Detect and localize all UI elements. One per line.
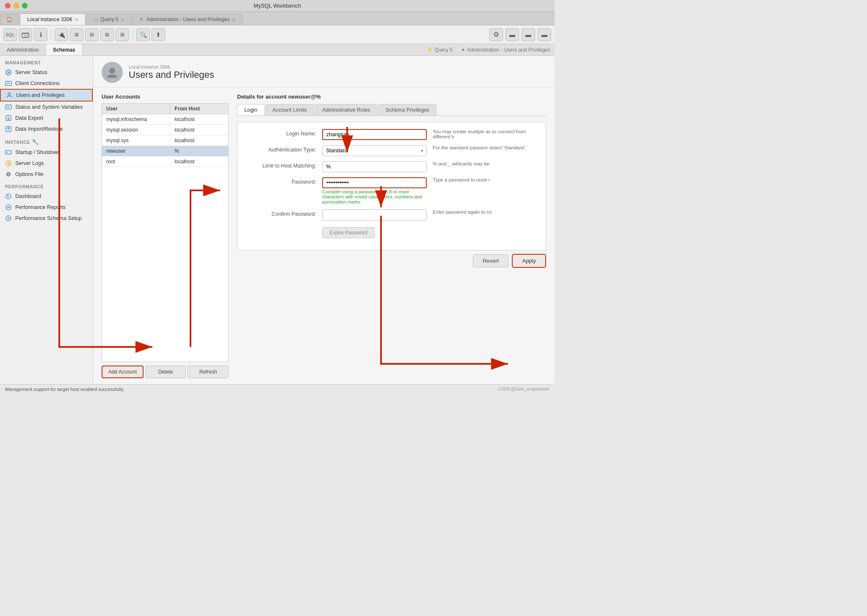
user-accounts-panel: User Accounts User From Host mysql.infos… <box>102 94 229 378</box>
search-btn[interactable]: 🔍 <box>136 28 150 41</box>
delete-button[interactable]: Delete <box>145 366 186 378</box>
performance-dashboard-btn[interactable]: ⊞ <box>100 28 114 41</box>
tab-local-instance[interactable]: Local instance 3306 ✕ <box>20 14 86 25</box>
host-cell-infoschema: localhost <box>170 114 228 124</box>
apply-button[interactable]: Apply <box>512 254 546 268</box>
tab-query5-close-icon[interactable]: ✕ <box>121 17 124 22</box>
expire-label-spacer <box>246 226 322 227</box>
sidebar-item-client-connections[interactable]: Client Connections <box>0 78 93 89</box>
sidebar-item-data-export[interactable]: Data Export <box>0 113 93 124</box>
query5-sub-label: Query 5 <box>435 47 453 53</box>
admin-users-sub-label: Administration - Users and Privileges <box>467 47 550 53</box>
user-cell-newuser: newuser <box>102 146 170 156</box>
status-bar: Management support for target host enabl… <box>0 384 555 393</box>
maximize-button[interactable] <box>22 3 28 8</box>
performance-section-title: PERFORMANCE <box>0 180 93 191</box>
user-row-sys[interactable]: mysql.sys localhost <box>102 135 228 146</box>
detail-tab-schema-priv[interactable]: Schema Privileges <box>378 104 437 116</box>
puzzle-icon: ✦ <box>139 16 144 22</box>
account-limits-tab-label: Account Limits <box>273 107 307 113</box>
sidebar-item-dashboard[interactable]: Dashboard <box>0 191 93 202</box>
sidebar-item-perf-schema-setup[interactable]: Performance Schema Setup <box>0 213 93 224</box>
output-toggle-btn[interactable]: ▬ <box>522 28 535 41</box>
migration-wizard-btn[interactable]: ⊞ <box>85 28 99 41</box>
sidebar-item-options-file[interactable]: Options File <box>0 169 93 180</box>
minimize-button[interactable] <box>14 3 19 8</box>
import-btn[interactable]: ⬆ <box>152 28 165 41</box>
svg-text:SQL: SQL <box>24 35 28 37</box>
refresh-btn[interactable]: ℹ <box>34 28 47 41</box>
sidebar-item-performance-reports-label: Performance Reports <box>15 204 66 210</box>
host-cell-root: localhost <box>170 157 228 167</box>
login-name-input[interactable] <box>322 129 427 140</box>
sidebar-toggle-btn[interactable]: ▬ <box>538 28 551 41</box>
tab-query5[interactable]: ⬡ Query 5 ✕ <box>86 14 132 25</box>
sql-file-btn[interactable]: SQL <box>3 28 17 41</box>
add-account-button[interactable]: Add Account <box>102 366 144 378</box>
svg-marker-3 <box>8 71 10 74</box>
tab-close-icon[interactable]: ✕ <box>75 17 78 22</box>
schema-priv-tab-label: Schema Privileges <box>386 107 430 113</box>
admin-users-sub-tab[interactable]: ✦ Administration - Users and Privileges <box>457 46 555 54</box>
secondary-tab-bar: Administration Schemas ⚡ Query 5 ✦ Admin… <box>0 44 555 56</box>
user-row-newuser[interactable]: newuser % <box>102 146 228 157</box>
revert-button[interactable]: Revert <box>473 254 508 267</box>
page-header-text: Local instance 3306 Users and Privileges <box>129 64 214 80</box>
auth-type-select[interactable]: Standard <box>322 145 427 156</box>
user-row-session[interactable]: mysql.session localhost <box>102 125 228 135</box>
sql-icon: ⬡ <box>94 16 98 22</box>
confirm-password-label: Confirm Password: <box>246 209 322 217</box>
sidebar-item-options-label: Options File <box>15 171 44 177</box>
limit-host-input[interactable] <box>322 161 427 172</box>
detail-tab-login[interactable]: Login <box>237 104 265 116</box>
data-import-icon <box>5 126 12 132</box>
tab-admin-users[interactable]: ✦ Administration - Users and Privileges … <box>132 14 243 25</box>
limit-host-label: Limit to Host Matching: <box>246 161 322 169</box>
close-button[interactable] <box>5 3 11 8</box>
sidebar-item-status-variables[interactable]: Status and System Variables <box>0 102 93 113</box>
sidebar-item-startup-shutdown[interactable]: Startup / Shutdown <box>0 147 93 158</box>
login-name-row: Login Name: You may create multiple ac t… <box>246 129 537 140</box>
sec-tab-administration[interactable]: Administration <box>0 44 46 55</box>
performance-reports-btn[interactable]: ⊞ <box>116 28 129 41</box>
tab-home[interactable]: 🏠 <box>0 14 19 25</box>
sidebar-item-data-import[interactable]: Data Import/Restore <box>0 124 93 135</box>
svg-rect-15 <box>6 151 11 154</box>
detail-tab-admin-roles[interactable]: Administrative Roles <box>315 104 378 116</box>
manage-connections-btn[interactable]: 🔌 <box>55 28 68 41</box>
auth-type-label: Authentication Type: <box>246 145 322 153</box>
settings-icon-btn[interactable]: ⚙ <box>489 28 503 41</box>
confirm-password-input[interactable] <box>322 209 427 220</box>
open-sql-btn[interactable]: SQL <box>19 28 32 41</box>
svg-rect-8 <box>6 105 11 109</box>
sidebar-item-status-vars-label: Status and System Variables <box>15 104 83 110</box>
toolbar-left: SQL SQL ℹ 🔌 ⊞ ⊞ ⊞ ⊞ 🔍 ⬆ <box>3 28 165 41</box>
user-row-root[interactable]: root localhost <box>102 157 228 167</box>
performance-reports-icon <box>5 204 12 211</box>
sidebar-item-server-status[interactable]: Server Status <box>0 67 93 78</box>
expire-password-button[interactable]: Expire Password <box>322 227 375 238</box>
sidebar-item-performance-reports[interactable]: Performance Reports <box>0 202 93 213</box>
sidebar-item-server-logs[interactable]: Server Logs <box>0 158 93 169</box>
status-message: Management support for target host enabl… <box>5 387 124 392</box>
password-input[interactable] <box>322 177 427 188</box>
limit-host-control <box>322 161 427 172</box>
workbench-preferences-btn[interactable]: ⊞ <box>70 28 83 41</box>
refresh-accounts-button[interactable]: Refresh <box>188 366 229 378</box>
page-header-icon <box>102 62 123 83</box>
svg-point-25 <box>6 216 11 221</box>
sec-tab-schemas[interactable]: Schemas <box>46 44 83 55</box>
detail-tab-account-limits[interactable]: Account Limits <box>265 104 314 116</box>
panel-toggle-btn[interactable]: ▬ <box>505 28 519 41</box>
puzzle-sub-icon: ✦ <box>461 47 465 53</box>
sidebar-item-users-privileges[interactable]: Users and Privileges <box>0 89 93 102</box>
svg-rect-4 <box>6 81 11 85</box>
tab-admin-close-icon[interactable]: ✕ <box>232 17 235 22</box>
details-panel: Details for account newuser@% Login Acco… <box>237 94 546 378</box>
query5-sub-tab[interactable]: ⚡ Query 5 <box>422 46 457 54</box>
confirm-password-control <box>322 209 427 220</box>
limit-host-row: Limit to Host Matching: % and _ wildcard… <box>246 161 537 172</box>
user-row-infoschema[interactable]: mysql.infoschema localhost <box>102 114 228 125</box>
user-table-header: User From Host <box>102 104 228 114</box>
user-accounts-title: User Accounts <box>102 94 229 100</box>
